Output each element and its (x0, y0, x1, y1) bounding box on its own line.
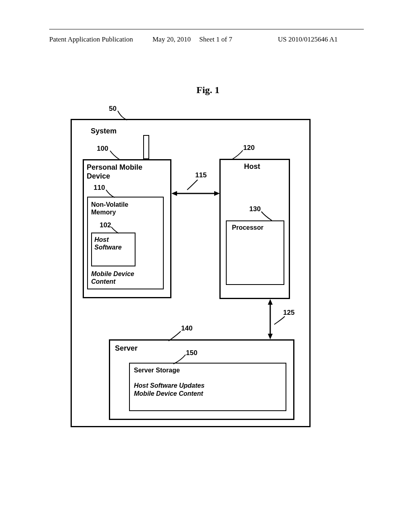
header-rule (49, 29, 364, 29)
server-label: Server (115, 344, 138, 353)
processor-label: Processor (232, 224, 263, 231)
pmd-antenna (143, 135, 149, 159)
leader-hostsw (106, 221, 123, 233)
header-pub-number: US 2010/0125646 A1 (278, 35, 338, 44)
page-root: Patent Application Publication May 20, 2… (0, 0, 413, 532)
leader-host (229, 144, 249, 160)
header-date: May 20, 2010 (152, 35, 191, 44)
nvm-label: Non-Volatile Memory (91, 201, 148, 216)
mdc2-label: Mobile Device Content (134, 390, 203, 397)
svg-marker-4 (268, 299, 273, 305)
host-label: Host (244, 162, 260, 171)
leader-pmd (104, 145, 128, 161)
svg-marker-2 (214, 191, 220, 196)
hostsw-label: Host Software (94, 236, 131, 251)
leader-nvm (100, 184, 120, 198)
header-sheet: Sheet 1 of 7 (199, 35, 232, 44)
hsu-label: Host Software Updates (134, 382, 204, 389)
server-storage-label: Server Storage (134, 367, 180, 374)
system-label: System (91, 127, 117, 135)
leader-processor (257, 205, 277, 221)
figure-title: Fig. 1 (196, 85, 219, 96)
pmd-label: Personal Mobile Device (87, 163, 155, 181)
leader-link-125 (271, 314, 287, 326)
arrow-pmd-host (171, 189, 220, 197)
svg-marker-5 (268, 334, 273, 339)
leader-system (113, 105, 137, 121)
mdc-label: Mobile Device Content (91, 270, 156, 285)
svg-marker-1 (171, 191, 177, 196)
header-pub-type: Patent Application Publication (49, 35, 133, 44)
